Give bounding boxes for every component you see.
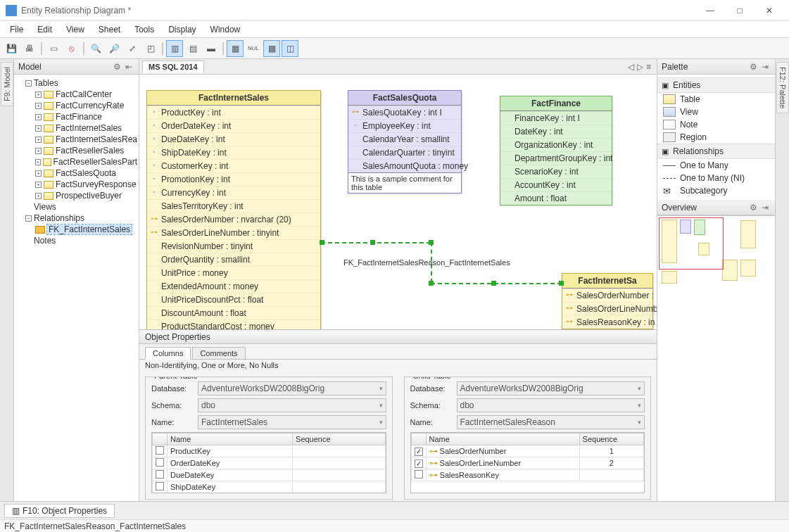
entity-column[interactable]: CalendarQuarter : tinyint xyxy=(348,146,461,159)
tree-table-item[interactable]: +FactInternetSales xyxy=(35,122,137,134)
palette-entities-header[interactable]: ▣ Entities xyxy=(657,77,775,93)
entity-column[interactable]: DiscountAmount : float xyxy=(147,306,320,319)
child-columns-table[interactable]: NameSequence ⊶ SalesOrderNumber1⊶ SalesO… xyxy=(410,432,645,493)
entity-column[interactable]: OrganizationKey : int xyxy=(500,138,612,151)
entity-column[interactable]: UnitPrice : money xyxy=(147,266,320,279)
minimize-button[interactable]: — xyxy=(696,1,724,20)
palette-item-view[interactable]: View xyxy=(657,106,775,118)
entity-column[interactable]: ⊶SalesOrderLineNumber : tinyint xyxy=(147,226,320,239)
entity-column[interactable]: ◦ShipDateKey : int xyxy=(147,146,320,159)
tree-table-item[interactable]: +FactInternetSalesRea xyxy=(35,134,137,145)
tree-tables[interactable]: −Tables xyxy=(25,77,137,89)
checkbox[interactable] xyxy=(156,470,164,479)
entity-column[interactable]: ◦ProductKey : int xyxy=(147,106,320,119)
tab-columns[interactable]: Columns xyxy=(145,347,191,360)
tree-table-item[interactable]: +FactSalesQuota xyxy=(35,167,137,179)
checkbox[interactable] xyxy=(156,458,164,467)
entity-column[interactable]: ◦PromotionKey : int xyxy=(147,172,320,186)
model-tree[interactable]: −Tables +FactCallCenter+FactCurrencyRate… xyxy=(14,75,139,501)
diagram-canvas[interactable]: FactInternetSales ◦ProductKey : int◦Orde… xyxy=(139,75,657,501)
entity-factsalesquota[interactable]: FactSalesQuota ⊶SalesQuotaKey : int I◦Em… xyxy=(348,90,462,194)
checkbox[interactable] xyxy=(156,482,164,490)
entity-column[interactable]: ScenarioKey : int xyxy=(500,165,612,178)
tree-table-item[interactable]: +FactResellerSales xyxy=(35,145,137,156)
child-name-select[interactable]: FactInternetSalesReason▾ xyxy=(457,415,645,429)
gear-icon[interactable]: ⚙ xyxy=(111,62,123,72)
window-icon[interactable]: ▭ xyxy=(45,40,62,57)
footer-tab-object-properties[interactable]: ▥ F10: Object Properties xyxy=(4,504,115,518)
parent-name-select[interactable]: FactInternetSales▾ xyxy=(198,415,386,429)
entity-column[interactable]: CalendarYear : smallint xyxy=(348,132,461,146)
pin-icon[interactable]: ⇤ xyxy=(123,62,134,72)
print-icon[interactable]: 🖶 xyxy=(21,40,38,57)
palette-item-one-to-many-ni[interactable]: One to Many (NI) xyxy=(657,172,775,184)
deny-icon[interactable]: ⦸ xyxy=(63,40,80,57)
tree-rel-item[interactable]: FK_FactInternetSales xyxy=(35,224,137,235)
entity-column[interactable]: ◦EmployeeKey : int xyxy=(348,119,461,132)
entity-column[interactable]: ⊶SalesOrderNumber : nvarchar (20) xyxy=(147,213,320,226)
tab-prev-icon[interactable]: ◁ xyxy=(628,62,634,72)
entity-factinternetsalesreason[interactable]: FactInternetSa ⊶SalesOrderNumber :⊶Sales… xyxy=(562,273,653,329)
palette-item-subcategory[interactable]: ✉Subcategory xyxy=(657,184,775,197)
pin-icon[interactable]: ⇥ xyxy=(759,62,771,72)
entity-column[interactable]: DepartmentGroupKey : int xyxy=(500,151,612,165)
tree-table-item[interactable]: +FactCallCenter xyxy=(35,89,137,100)
child-database-select[interactable]: AdventureWorksDW2008BigOrig▾ xyxy=(457,381,645,395)
zoom-in-icon[interactable]: 🔍 xyxy=(87,40,104,57)
gear-icon[interactable]: ⚙ xyxy=(747,203,759,213)
table-row[interactable]: ShipDateKey xyxy=(153,481,386,493)
entity-column[interactable]: ⊶SalesOrderLineNumb xyxy=(562,302,652,315)
layout-a-icon[interactable]: ▥ xyxy=(166,40,183,57)
table-row[interactable]: ⊶ SalesOrderLineNumber2 xyxy=(411,457,644,469)
entity-column[interactable]: ◦DueDateKey : int xyxy=(147,132,320,146)
tab-list-icon[interactable]: ≡ xyxy=(646,62,651,72)
null-icon[interactable]: NUL xyxy=(245,40,262,57)
menu-tools[interactable]: Tools xyxy=(129,23,160,36)
entity-column[interactable]: AccountKey : int xyxy=(500,178,612,191)
table-row[interactable]: OrderDateKey xyxy=(153,457,386,469)
relationship-handle[interactable] xyxy=(429,281,434,286)
entity-factfinance[interactable]: FactFinance FinanceKey : int IDateKey : … xyxy=(500,96,612,205)
relationship-handle[interactable] xyxy=(370,240,375,245)
checkbox[interactable] xyxy=(156,446,164,455)
child-schema-select[interactable]: dbo▾ xyxy=(457,398,645,412)
entity-column[interactable]: ⊶SalesReasonKey : in xyxy=(562,315,652,329)
relationship-line[interactable] xyxy=(321,242,431,243)
pin-icon[interactable]: ⇥ xyxy=(759,203,771,213)
table-row[interactable]: ⊶ SalesReasonKey xyxy=(411,469,644,481)
entity-column[interactable]: DateKey : int xyxy=(500,125,612,138)
zoom-out-icon[interactable]: 🔎 xyxy=(106,40,122,57)
tree-notes[interactable]: +Notes xyxy=(25,235,137,246)
tree-table-item[interactable]: +FactFinance xyxy=(35,111,137,122)
palette-item-table[interactable]: Table xyxy=(657,93,775,106)
entity-column[interactable]: OrderQuantity : smallint xyxy=(147,253,320,266)
menu-view[interactable]: View xyxy=(61,23,90,36)
overview-map[interactable] xyxy=(657,215,775,501)
entity-column[interactable]: ⊶SalesQuotaKey : int I xyxy=(348,106,461,119)
save-icon[interactable]: 💾 xyxy=(3,40,20,57)
checkbox[interactable] xyxy=(415,470,423,479)
zoom-region-icon[interactable]: ◰ xyxy=(142,40,159,57)
palette-item-one-to-many[interactable]: One to Many xyxy=(657,159,775,172)
relationship-handle[interactable] xyxy=(429,240,434,245)
table-row[interactable]: DueDateKey xyxy=(153,469,386,481)
entity-column[interactable]: ◦CurrencyKey : int xyxy=(147,186,320,199)
tree-table-item[interactable]: +FactCurrencyRate xyxy=(35,100,137,111)
tree-table-item[interactable]: +FactResellerSalesPart xyxy=(35,156,137,167)
checkbox[interactable] xyxy=(415,460,423,468)
close-button[interactable]: ✕ xyxy=(755,1,783,20)
tab-comments[interactable]: Comments xyxy=(192,347,245,360)
entity-column[interactable]: RevisionNumber : tinyint xyxy=(147,239,320,253)
opt-a-icon[interactable]: ▦ xyxy=(227,40,244,57)
parent-columns-table[interactable]: NameSequence ProductKeyOrderDateKeyDueDa… xyxy=(151,432,386,493)
entity-column[interactable]: UnitPriceDiscountPct : float xyxy=(147,293,320,306)
relationship-line[interactable] xyxy=(431,283,562,284)
tab-next-icon[interactable]: ▷ xyxy=(637,62,643,72)
entity-column[interactable]: FinanceKey : int I xyxy=(500,111,612,125)
menu-window[interactable]: Window xyxy=(205,23,246,36)
maximize-button[interactable]: □ xyxy=(726,1,754,20)
tree-table-item[interactable]: +FactSurveyResponse xyxy=(35,179,137,190)
checkbox[interactable] xyxy=(415,448,423,456)
entity-column[interactable]: SalesAmountQuota : money xyxy=(348,159,461,172)
menu-file[interactable]: File xyxy=(4,23,29,36)
